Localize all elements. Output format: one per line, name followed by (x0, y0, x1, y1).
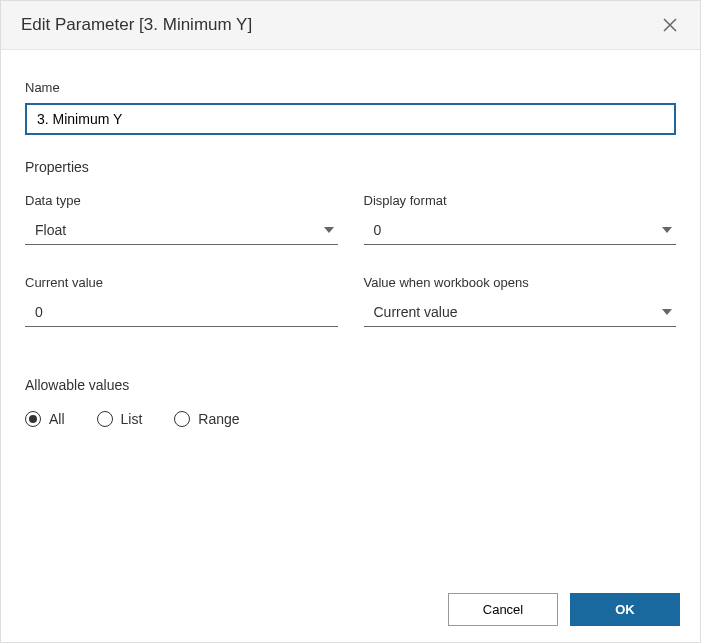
chevron-down-icon (324, 227, 334, 233)
data-type-value: Float (35, 222, 66, 238)
radio-range[interactable]: Range (174, 411, 239, 427)
cancel-button[interactable]: Cancel (448, 593, 558, 626)
radio-all-label: All (49, 411, 65, 427)
chevron-down-icon (662, 309, 672, 315)
display-format-value: 0 (374, 222, 382, 238)
chevron-down-icon (662, 227, 672, 233)
data-type-label: Data type (25, 193, 338, 208)
ok-button[interactable]: OK (570, 593, 680, 626)
dialog-title: Edit Parameter [3. Minimum Y] (21, 15, 252, 35)
radio-list[interactable]: List (97, 411, 143, 427)
properties-label: Properties (25, 159, 676, 175)
dialog-header: Edit Parameter [3. Minimum Y] (1, 1, 700, 50)
display-format-select[interactable]: 0 (364, 216, 677, 245)
allowable-values-label: Allowable values (25, 377, 676, 393)
radio-icon (97, 411, 113, 427)
display-format-label: Display format (364, 193, 677, 208)
radio-icon (25, 411, 41, 427)
radio-list-label: List (121, 411, 143, 427)
name-input[interactable] (25, 103, 676, 135)
close-icon (663, 18, 677, 32)
allowable-values-group: All List Range (25, 411, 676, 427)
value-on-open-select[interactable]: Current value (364, 298, 677, 327)
current-value-value: 0 (35, 304, 43, 320)
dialog-body: Name Properties Data type Float Display … (1, 50, 700, 577)
current-value-input[interactable]: 0 (25, 298, 338, 327)
close-button[interactable] (660, 15, 680, 35)
dialog-footer: Cancel OK (1, 577, 700, 642)
radio-all[interactable]: All (25, 411, 65, 427)
current-value-label: Current value (25, 275, 338, 290)
name-label: Name (25, 80, 676, 95)
edit-parameter-dialog: Edit Parameter [3. Minimum Y] Name Prope… (0, 0, 701, 643)
radio-range-label: Range (198, 411, 239, 427)
value-on-open-label: Value when workbook opens (364, 275, 677, 290)
data-type-select[interactable]: Float (25, 216, 338, 245)
radio-icon (174, 411, 190, 427)
value-on-open-value: Current value (374, 304, 458, 320)
